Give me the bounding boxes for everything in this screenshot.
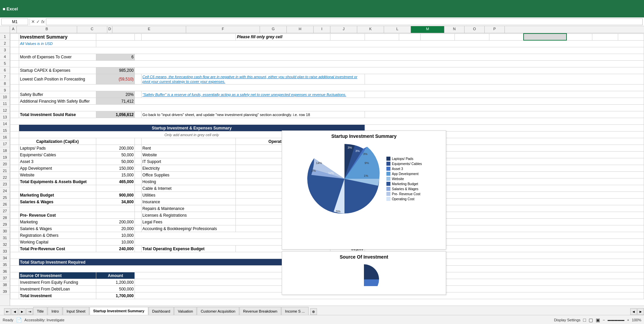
col-header-n[interactable]: N — [444, 26, 465, 33]
cell-c28[interactable]: 200,000 — [96, 219, 135, 225]
cell-c37[interactable]: 1,200,000 — [96, 279, 135, 286]
cell-j1[interactable] — [420, 34, 454, 40]
cell-c36[interactable]: Amount — [96, 272, 135, 279]
cell-b30[interactable]: Registration & Others — [19, 232, 96, 239]
cell-h9-rest[interactable] — [365, 91, 644, 98]
cell-b3-rest[interactable] — [19, 47, 644, 54]
zoom-in-icon[interactable]: + — [627, 318, 629, 322]
cell-e28[interactable]: Legal Fees — [141, 219, 236, 225]
cell-e26[interactable]: Repairs & Maintenance — [141, 205, 236, 212]
status-accessibility[interactable]: Accessibility: Investigate — [24, 318, 64, 322]
cell-a34[interactable] — [10, 259, 19, 266]
cell-b8-rest[interactable] — [19, 85, 644, 91]
cell-b10[interactable]: Additional Financing With Safety Buffer — [19, 98, 96, 105]
cell-d19[interactable] — [135, 158, 141, 165]
cell-b16[interactable]: Capitalization (CapEx) — [19, 138, 96, 145]
cell-d21[interactable] — [135, 172, 141, 178]
cell-a16[interactable] — [10, 138, 19, 145]
cell-b36[interactable]: Source Of Investment — [19, 272, 96, 279]
cell-c23[interactable] — [96, 185, 135, 192]
cell-d20[interactable] — [135, 165, 141, 172]
col-header-p[interactable]: P — [485, 26, 505, 33]
cell-e18[interactable]: Website — [141, 152, 236, 158]
col-header-d[interactable]: D — [107, 26, 112, 33]
col-header-h[interactable]: H — [287, 26, 314, 33]
cell-c9[interactable]: 20% — [96, 91, 135, 98]
cell-d25[interactable] — [135, 199, 141, 205]
tab-nav-controls[interactable]: ⇤ ◄ ► ⇥ — [4, 308, 33, 315]
cell-e19[interactable]: IT Support — [141, 158, 236, 165]
cell-b2[interactable]: All Values is in USD — [19, 40, 96, 47]
col-header-i[interactable]: I — [314, 26, 330, 33]
cell-m1[interactable] — [524, 34, 567, 40]
cell-a22[interactable] — [10, 178, 19, 185]
cell-a26[interactable] — [10, 205, 19, 212]
cell-e25[interactable]: Insurance — [141, 199, 236, 205]
cell-e16[interactable] — [141, 138, 236, 145]
cell-b26[interactable] — [19, 205, 96, 212]
cell-d4-rest[interactable] — [135, 54, 644, 60]
cell-n1[interactable] — [567, 34, 592, 40]
cell-b20[interactable]: App Development — [19, 165, 96, 172]
cell-a28[interactable] — [10, 219, 19, 225]
cell-c38[interactable]: 500,000 — [96, 286, 135, 292]
cell-d17[interactable] — [135, 145, 141, 152]
cell-d10-rest[interactable] — [135, 98, 644, 105]
tab-customer-acquisition[interactable]: Customer Acquisition — [197, 307, 239, 315]
cell-c27[interactable] — [96, 212, 135, 219]
cell-b39[interactable]: Total Investment — [19, 292, 96, 299]
tab-startup-investment-summary[interactable]: Startup Investment Summary — [90, 307, 148, 315]
cell-b21[interactable]: Website — [19, 172, 96, 178]
cell-d32[interactable] — [135, 246, 141, 252]
cell-e7[interactable]: Cell C6 means, the forecasting cash flow… — [141, 74, 365, 85]
tab-prev-button[interactable]: ◄ — [11, 308, 18, 315]
cell-c1[interactable] — [96, 34, 135, 40]
cell-o1[interactable] — [592, 34, 618, 40]
display-settings[interactable]: Display Settings — [554, 318, 581, 322]
view-page-layout-icon[interactable]: ▢ — [589, 317, 593, 323]
cell-a31[interactable] — [10, 239, 19, 246]
cell-a15[interactable] — [10, 131, 19, 138]
cell-c7[interactable]: (59,510) — [96, 74, 135, 85]
cell-a18[interactable] — [10, 152, 19, 158]
cell-d9[interactable] — [135, 91, 141, 98]
tab-intro[interactable]: Intro — [48, 307, 62, 315]
cell-a21[interactable] — [10, 172, 19, 178]
cell-c17[interactable]: 200,000 — [96, 145, 135, 152]
cell-b25[interactable]: Salaries & Wages — [19, 199, 96, 205]
cell-a19[interactable] — [10, 158, 19, 165]
tab-input-sheet[interactable]: Input Sheet — [63, 307, 89, 315]
cell-a6[interactable] — [10, 67, 19, 74]
cell-d26[interactable] — [135, 205, 141, 212]
cell-e24[interactable]: Utilities — [141, 192, 236, 199]
cell-d6-rest[interactable] — [135, 67, 644, 74]
cell-a38[interactable] — [10, 286, 19, 292]
cell-c24[interactable]: 900,000 — [96, 192, 135, 199]
cell-d27[interactable] — [135, 212, 141, 219]
zoom-out-icon[interactable]: − — [603, 318, 605, 322]
cell-d12[interactable] — [135, 111, 141, 118]
cell-b1[interactable]: Investment Summary — [19, 34, 96, 40]
cell-a8[interactable] — [10, 85, 19, 91]
cell-b32[interactable]: Total Pre-Revenue Cost — [19, 246, 96, 252]
cell-b6[interactable]: Startup CAPEX & Expenses — [19, 67, 96, 74]
tab-scroll-right[interactable]: ► — [637, 308, 644, 315]
cell-e29[interactable]: Accounting & Bookkeeping/ Professionals — [141, 225, 236, 232]
cell-c32[interactable]: 240,000 — [96, 246, 135, 252]
cell-a4[interactable] — [10, 54, 19, 60]
cell-a9[interactable] — [10, 91, 19, 98]
cell-b37[interactable]: Investment From Equity Funding — [19, 279, 96, 286]
cell-c18[interactable]: 50,000 — [96, 152, 135, 158]
cell-c16[interactable] — [96, 138, 135, 145]
cell-a29[interactable] — [10, 225, 19, 232]
cell-h1[interactable] — [365, 34, 399, 40]
cell-a17[interactable] — [10, 145, 19, 152]
col-header-j[interactable]: J — [330, 26, 357, 33]
cell-b19[interactable]: Asset 3 — [19, 158, 96, 165]
col-header-b[interactable]: B — [17, 26, 77, 33]
cell-c30[interactable]: 10,000 — [96, 232, 135, 239]
cell-c2-rest[interactable] — [96, 40, 644, 47]
cell-b5-rest[interactable] — [19, 60, 644, 67]
cell-b31[interactable]: Working Capital — [19, 239, 96, 246]
cell-b9[interactable]: Safety Buffer — [19, 91, 96, 98]
